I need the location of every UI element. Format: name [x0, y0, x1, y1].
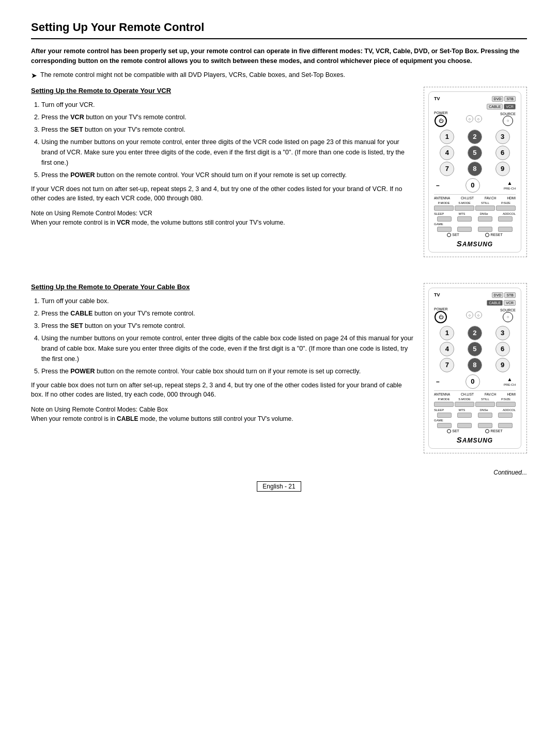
sq-btn-8: [498, 227, 513, 232]
sq-btn-6: [457, 227, 472, 232]
cable-pmode-label: P.MODE: [434, 398, 454, 401]
reset-circle: [485, 233, 489, 237]
cable-power-row: POWER ⏻ ○ ○ SOURCE ○: [434, 307, 516, 323]
prech-label: PRE-CH: [504, 187, 516, 190]
addcol-label: ADDCOL: [503, 212, 516, 215]
cable-para: If your cable box does not turn on after…: [31, 381, 413, 400]
vcr-section-title: Setting Up the Remote to Operate Your VC…: [31, 87, 413, 94]
cable-steps-list: Turn off your cable box. Press the CABLE…: [31, 296, 413, 376]
page-title: Setting Up Your Remote Control: [31, 21, 527, 39]
cable-favch-label: FAV.CH: [485, 392, 496, 396]
cable-num-5: 5: [468, 342, 482, 356]
cable-set-item: SET: [447, 429, 459, 433]
cable-text: Setting Up the Remote to Operate Your Ca…: [31, 283, 413, 453]
cable-hdmi-label: HDMI: [507, 392, 516, 396]
cable-num-8: 8: [468, 358, 482, 372]
cable-step-4: Using the number buttons on your remote …: [41, 333, 413, 364]
cable-sleep-mts-row: SLEEP MTS DNSe ADDCOL: [434, 408, 516, 412]
favch-label: FAV.CH: [485, 196, 496, 200]
cable-cable-btn: CABLE: [487, 300, 503, 306]
num-0: 0: [466, 178, 480, 193]
cable-psize-btn: [496, 402, 516, 407]
cable-num-9: 9: [495, 358, 510, 372]
cable-still-label: STILL: [475, 398, 495, 401]
set-item: SET: [447, 233, 459, 237]
cable-btn-a: ○: [466, 311, 473, 319]
cable-step-1: Turn off your cable box.: [41, 296, 413, 306]
cable-power-button: ⏻: [435, 311, 447, 323]
cable-row-btns-1: [434, 413, 516, 418]
cable-row-btns-2: [434, 423, 516, 428]
cable-mode-buttons-row: TV DVD STB: [434, 292, 516, 298]
cable-num-4: 4: [440, 342, 454, 356]
bottom-row: – 0 ▲ PRE-CH: [434, 178, 516, 193]
cable-prech-label: PRE-CH: [504, 383, 516, 386]
power-label: POWER: [434, 111, 447, 115]
cable-step-2: Press the CABLE button on your TV's remo…: [41, 308, 413, 319]
cable-pmode-btn: [434, 402, 454, 407]
cable-mts-label: MTS: [459, 408, 466, 412]
arrow-icon: ➤: [31, 71, 37, 80]
cable-remote-image: TV DVD STB CABLE VCR POWER ⏻: [424, 283, 527, 453]
cable-set-label: SET: [452, 429, 459, 433]
cable-stb-btn: STB: [504, 292, 516, 298]
smode-label: S.MODE: [455, 201, 474, 204]
cable-source-label: SOURCE: [500, 308, 516, 312]
still-label: STILL: [475, 201, 495, 204]
numpad: 1 2 3 4 5 6 7 8 9: [434, 130, 516, 176]
prev-next-buttons: ▲ PRE-CH: [504, 180, 516, 190]
source-label: SOURCE: [500, 112, 516, 116]
antenna-label: ANTENNA: [434, 196, 450, 200]
cable-power-label: POWER: [434, 307, 447, 311]
num-8: 8: [468, 162, 482, 176]
set-label: SET: [452, 233, 459, 237]
cable-sq-btn-3: [478, 413, 492, 418]
cable-antenna-label: ANTENNA: [434, 392, 450, 396]
stb-btn: STB: [504, 96, 516, 102]
remote-control-cable: TV DVD STB CABLE VCR POWER ⏻: [428, 288, 521, 449]
cable-sq-btn-2: [457, 413, 472, 418]
sq-btn-7: [478, 227, 492, 232]
cable-numpad: 1 2 3 4 5 6 7 8 9: [434, 326, 516, 372]
cable-num-6: 6: [495, 342, 510, 356]
cable-reset-circle: [485, 429, 489, 433]
vcr-step-3: Press the SET button on your TV's remote…: [41, 124, 413, 135]
cable-step-5: Press the POWER button on the remote con…: [41, 366, 413, 376]
cable-samsung-logo: SAMSUNG: [434, 435, 516, 444]
cable-reset-label: RESET: [490, 429, 502, 433]
cable-addcol-label: ADDCOL: [503, 408, 516, 412]
function-area: P.MODE S.MODE STILL P.SIZE: [434, 201, 516, 211]
set-circle: [447, 233, 451, 237]
reset-item: RESET: [485, 233, 502, 237]
cable-note: Note on Using Remote Control Modes: Cabl…: [31, 405, 413, 423]
vcr-note: Note on Using Remote Control Modes: VCR …: [31, 209, 413, 227]
cable-source-group: SOURCE ○: [500, 308, 516, 322]
vcr-btn: VCR: [504, 104, 516, 109]
btn-b: ○: [475, 115, 482, 122]
vcr-remote-diagram: TV DVD STB CABLE VCR POWER ⏻: [424, 87, 527, 257]
cable-btn-b: ○: [475, 311, 482, 319]
num-1: 1: [440, 130, 454, 144]
cable-reset-item: RESET: [485, 429, 502, 433]
cable-btn: CABLE: [487, 104, 503, 109]
cable-set-circle: [447, 429, 451, 433]
set-reset-row: SET RESET: [434, 233, 516, 237]
cable-dvd-btn: DVD: [492, 292, 504, 298]
row-btns-2: [434, 227, 516, 232]
cable-sq-btn-6: [457, 423, 472, 428]
dnse-label: DNSe: [480, 212, 488, 215]
power-button: ⏻: [435, 115, 447, 127]
sleep-mts-row: SLEEP MTS DNSe ADDCOL: [434, 212, 516, 215]
num-7: 7: [440, 162, 454, 176]
cable-mid-buttons: ○ ○: [466, 311, 482, 319]
game-label-row: GAME: [434, 223, 516, 226]
hdmi-label: HDMI: [507, 196, 516, 200]
compatibility-note: ➤ The remote control might not be compat…: [31, 71, 527, 80]
num-2: 2: [468, 130, 482, 144]
page-number: English - 21: [257, 481, 301, 492]
mode-buttons-row: TV DVD STB: [434, 96, 516, 102]
vcr-remote-image: TV DVD STB CABLE VCR POWER ⏻: [424, 87, 527, 257]
cable-game-label-row: GAME: [434, 419, 516, 422]
intro-paragraph: After your remote control has been prope…: [31, 46, 527, 66]
source-group: SOURCE ○: [500, 112, 516, 126]
